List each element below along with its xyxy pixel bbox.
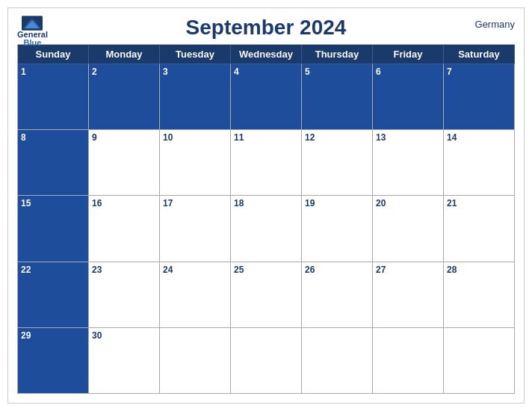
day-cell-30: 30 — [89, 328, 160, 394]
day-cell-10: 10 — [160, 130, 231, 196]
week-row-1: 1234567 — [18, 64, 515, 130]
logo-blue-text: Blue — [24, 39, 42, 47]
day-header-friday: Friday — [373, 45, 444, 64]
day-cell-1: 1 — [18, 64, 89, 130]
day-number-28: 28 — [447, 265, 457, 275]
day-header-thursday: Thursday — [302, 45, 373, 64]
day-number-6: 6 — [376, 67, 381, 77]
day-cell-21: 21 — [444, 196, 515, 262]
week-row-2: 891011121314 — [18, 130, 515, 196]
general-blue-logo-icon — [22, 16, 43, 31]
day-cell-6: 6 — [373, 64, 444, 130]
day-number-8: 8 — [21, 132, 26, 143]
day-header-wednesday: Wednesday — [231, 45, 302, 64]
day-header-saturday: Saturday — [444, 45, 515, 64]
day-header-tuesday: Tuesday — [160, 45, 231, 64]
country-label: Germany — [475, 19, 515, 30]
day-cell-empty-34 — [444, 328, 515, 394]
day-cell-25: 25 — [231, 262, 302, 328]
day-cell-4: 4 — [231, 64, 302, 130]
calendar-title: September 2024 — [186, 16, 347, 40]
day-number-22: 22 — [21, 265, 31, 275]
day-number-30: 30 — [92, 330, 102, 341]
day-cell-8: 8 — [18, 130, 89, 196]
day-cell-7: 7 — [444, 64, 515, 130]
day-header-sunday: Sunday — [18, 45, 89, 64]
day-cell-22: 22 — [18, 262, 89, 328]
day-cell-24: 24 — [160, 262, 231, 328]
day-number-12: 12 — [305, 132, 315, 143]
day-cell-14: 14 — [444, 130, 515, 196]
day-number-9: 9 — [92, 132, 97, 143]
day-cell-29: 29 — [18, 328, 89, 394]
week-row-5: 2930 — [18, 328, 515, 394]
day-cell-12: 12 — [302, 130, 373, 196]
day-number-16: 16 — [92, 198, 102, 208]
logo-area: General Blue — [17, 16, 48, 47]
day-number-19: 19 — [305, 198, 315, 208]
day-cell-9: 9 — [89, 130, 160, 196]
day-cell-28: 28 — [444, 262, 515, 328]
day-cell-26: 26 — [302, 262, 373, 328]
calendar-wrapper: General Blue September 2024 Germany Sund… — [7, 7, 525, 404]
day-number-1: 1 — [21, 67, 26, 77]
day-cell-20: 20 — [373, 196, 444, 262]
day-cell-5: 5 — [302, 64, 373, 130]
day-cell-27: 27 — [373, 262, 444, 328]
day-cell-11: 11 — [231, 130, 302, 196]
day-number-18: 18 — [234, 198, 244, 208]
day-number-11: 11 — [234, 132, 244, 143]
day-number-23: 23 — [92, 265, 102, 275]
day-cell-16: 16 — [89, 196, 160, 262]
day-number-21: 21 — [447, 198, 457, 208]
day-number-25: 25 — [234, 265, 244, 275]
day-number-15: 15 — [21, 198, 31, 208]
day-number-26: 26 — [305, 265, 315, 275]
day-header-monday: Monday — [89, 45, 160, 64]
day-cell-empty-33 — [373, 328, 444, 394]
day-cell-18: 18 — [231, 196, 302, 262]
day-cell-empty-32 — [302, 328, 373, 394]
day-cell-empty-31 — [231, 328, 302, 394]
day-number-14: 14 — [447, 132, 457, 143]
day-cell-empty-30 — [160, 328, 231, 394]
day-headers-row: SundayMondayTuesdayWednesdayThursdayFrid… — [18, 45, 515, 64]
week-row-3: 15161718192021 — [18, 196, 515, 262]
day-cell-19: 19 — [302, 196, 373, 262]
day-cell-17: 17 — [160, 196, 231, 262]
calendar-body: 1234567891011121314151617181920212223242… — [18, 64, 515, 394]
day-cell-13: 13 — [373, 130, 444, 196]
day-cell-15: 15 — [18, 196, 89, 262]
day-number-13: 13 — [376, 132, 386, 143]
day-number-29: 29 — [21, 330, 31, 341]
day-cell-3: 3 — [160, 64, 231, 130]
day-number-5: 5 — [305, 67, 310, 77]
day-number-20: 20 — [376, 198, 386, 208]
day-number-2: 2 — [92, 67, 97, 77]
day-number-27: 27 — [376, 265, 386, 275]
calendar-grid: SundayMondayTuesdayWednesdayThursdayFrid… — [17, 44, 515, 394]
day-number-3: 3 — [163, 67, 168, 77]
day-cell-23: 23 — [89, 262, 160, 328]
day-number-17: 17 — [163, 198, 173, 208]
day-number-7: 7 — [447, 67, 452, 77]
week-row-4: 22232425262728 — [18, 262, 515, 328]
day-cell-2: 2 — [89, 64, 160, 130]
day-number-24: 24 — [163, 265, 173, 275]
day-number-10: 10 — [163, 132, 173, 143]
day-number-4: 4 — [234, 67, 239, 77]
calendar-header: General Blue September 2024 Germany — [17, 16, 515, 40]
